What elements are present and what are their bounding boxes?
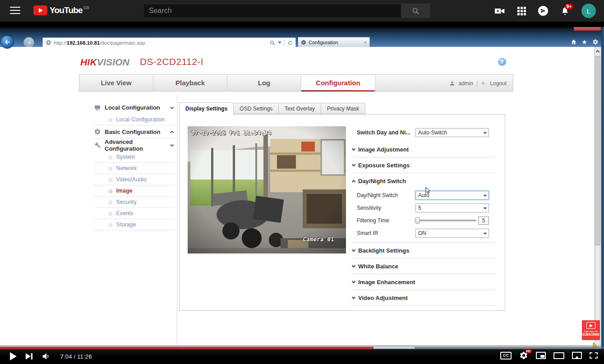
ie-close-button[interactable] (574, 27, 601, 31)
chevron-down-icon (171, 142, 173, 148)
smart-ir-row: Smart IR ON (352, 227, 495, 240)
chevron-down-icon (352, 264, 355, 267)
search-button[interactable] (401, 4, 430, 18)
slider-track[interactable] (415, 220, 476, 221)
avatar[interactable]: L (581, 4, 596, 18)
create-video-icon[interactable] (495, 6, 505, 16)
day-night-switch-label: Day/Night Switch (352, 192, 415, 198)
filtering-time-value[interactable]: 5 (478, 217, 489, 225)
nav-configuration[interactable]: Configuration (301, 74, 375, 91)
sidebar-item-local-configuration[interactable]: ◎ Local Configuration (94, 114, 175, 125)
switch-day-night-select[interactable]: Auto-Switch (415, 128, 489, 137)
sidebar-item-events[interactable]: ◎Events (94, 208, 175, 219)
nav-playback[interactable]: Playback (153, 74, 227, 91)
smart-ir-select[interactable]: ON (415, 229, 489, 238)
sidebar-item-system[interactable]: ◎System (94, 152, 175, 163)
section-image-enhancement[interactable]: Image Enhancement (352, 274, 495, 290)
sidebar-item-image[interactable]: ◎Image (94, 185, 175, 197)
session-bar: admin | Logout (449, 74, 507, 92)
logout-button[interactable]: Logout (490, 80, 507, 87)
fullscreen-icon[interactable] (590, 352, 598, 359)
section-backlight-settings[interactable]: Backlight Settings (352, 243, 495, 258)
display-settings-panel: 07-10-2015 Fri 11:34:34 Camera 01 Switch… (179, 114, 505, 311)
play-icon[interactable] (10, 352, 17, 360)
sidebar-item-storage[interactable]: ◎Storage (94, 219, 175, 230)
scrollbar-up-icon[interactable] (594, 48, 601, 55)
nav-live-view[interactable]: Live View (79, 74, 153, 91)
browser-back-button[interactable] (0, 35, 14, 49)
miniplayer-icon[interactable] (536, 352, 546, 359)
captions-icon[interactable]: CC (500, 352, 512, 359)
address-bar[interactable]: http://192.168.10.81/doc/page/main.asp (42, 37, 296, 48)
sidebar-separator (177, 95, 177, 345)
address-search-icon[interactable] (270, 40, 275, 46)
home-icon[interactable] (570, 38, 577, 45)
chevron-down-icon (171, 104, 173, 111)
notification-badge: 9+ (565, 4, 573, 9)
sidebar-group-local[interactable]: Local Configuration (94, 101, 175, 114)
section-image-adjustment[interactable]: Image Adjustment (352, 142, 495, 157)
day-night-switch-select[interactable]: Auto (415, 191, 489, 200)
help-icon[interactable]: ? (498, 58, 506, 66)
vertical-scrollbar[interactable] (594, 47, 601, 345)
search-input[interactable] (143, 4, 401, 18)
player-settings-gear-icon[interactable]: HD (519, 351, 528, 360)
sensitivity-select[interactable]: 5 (415, 203, 489, 212)
youtube-logo[interactable]: YouTube GB (33, 5, 89, 15)
slider-thumb[interactable] (415, 217, 420, 224)
sidebar-item-network[interactable]: ◎Network (94, 163, 175, 174)
volume-icon[interactable] (41, 351, 51, 361)
next-icon[interactable] (26, 353, 32, 359)
sidebar: Local Configuration ◎ Local Configuratio… (94, 101, 175, 230)
theater-mode-icon[interactable] (553, 352, 564, 359)
subscribe-overlay[interactable]: Click Here To SUBSCRIBE (582, 320, 600, 340)
section-video-adjustment[interactable]: Video Adjustment (352, 290, 495, 306)
section-exposure-settings[interactable]: Exposure Settings (352, 157, 495, 173)
sidebar-item-video-audio[interactable]: ◎Video/Audio (94, 174, 175, 185)
progress-remaining (415, 347, 604, 349)
tab-close-icon[interactable]: × (364, 40, 367, 45)
refresh-icon[interactable] (287, 40, 293, 46)
browser-forward-button[interactable] (23, 37, 34, 48)
tab-osd-settings[interactable]: OSD Settings (234, 103, 279, 114)
camera-scene (188, 126, 346, 253)
tab-text-overlay[interactable]: Text Overlay (279, 103, 321, 114)
browser-tab[interactable]: Configuration × (298, 37, 370, 48)
notifications-bell-icon[interactable]: 9+ (560, 6, 570, 16)
chevron-down-icon (352, 147, 355, 151)
username: admin (458, 80, 473, 87)
youtube-logo-text: YouTube (50, 5, 83, 15)
messages-icon[interactable] (538, 6, 548, 16)
camera-config-page: HIKVISION DS-2CD2112-I ? Live View Playb… (0, 47, 594, 345)
tab-display-settings[interactable]: Display Settings (179, 102, 234, 115)
play-on-tv-icon[interactable] (572, 352, 582, 359)
nav-log[interactable]: Log (227, 74, 301, 91)
search-bar (143, 4, 430, 18)
sidebar-item-security[interactable]: ◎Security (94, 197, 175, 208)
youtube-play-icon (33, 5, 47, 15)
chevron-down-icon (484, 205, 486, 211)
address-dropdown-icon[interactable] (278, 41, 281, 44)
controls-left: 7:04 / 11:26 (10, 351, 92, 361)
sidebar-group-advanced[interactable]: Advanced Configuration (94, 138, 175, 152)
favorites-star-icon[interactable]: ★ (581, 38, 588, 45)
youtube-header: YouTube GB 9+ L (0, 0, 604, 22)
scrollbar-thumb[interactable] (595, 56, 600, 245)
sidebar-group-basic[interactable]: Basic Configuration (94, 125, 175, 138)
settings-gear-icon[interactable] (592, 38, 599, 45)
filtering-time-slider[interactable]: 5 (415, 217, 489, 225)
apps-grid-icon[interactable] (516, 6, 526, 16)
video-progress-bar[interactable] (0, 347, 604, 349)
header-actions: 9+ L (495, 0, 596, 22)
subscribe-line2: SUBSCRIBE (582, 333, 599, 336)
osd-timestamp: 07-10-2015 Fri 11:34:34 (191, 130, 272, 136)
section-day-night-switch[interactable]: Day/Night Switch (352, 173, 495, 189)
controls-right: CC HD (500, 351, 598, 360)
time-display: 7:04 / 11:26 (60, 353, 92, 360)
video-player[interactable]: http://192.168.10.81/doc/page/main.asp C… (0, 22, 604, 364)
chevron-down-icon (484, 129, 486, 136)
section-white-balance[interactable]: White Balance (352, 258, 495, 274)
menu-icon[interactable] (10, 7, 20, 14)
content-tabs: Display Settings OSD Settings Text Overl… (179, 102, 365, 115)
tab-privacy-mask[interactable]: Privacy Mask (321, 103, 365, 114)
